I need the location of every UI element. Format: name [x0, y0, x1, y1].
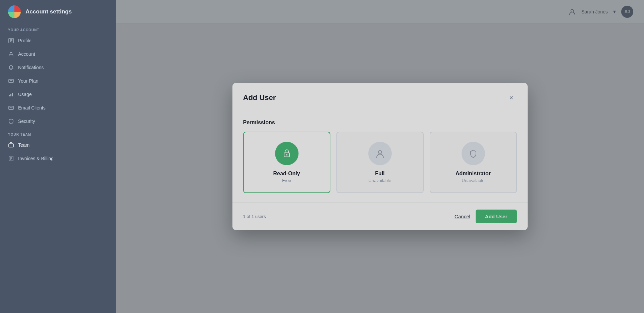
- sidebar-item-label-team: Team: [18, 142, 30, 148]
- usage-icon: [8, 91, 14, 97]
- full-name: Full: [375, 171, 384, 177]
- footer-actions: Cancel Add User: [454, 210, 517, 223]
- sidebar-item-label-your-plan: Your Plan: [18, 78, 38, 84]
- modal-header: Add User ×: [232, 83, 528, 110]
- svg-rect-8: [10, 94, 11, 96]
- close-button[interactable]: ×: [506, 92, 517, 103]
- sidebar-section-team: YOUR TEAM Team Invoices & Billing: [0, 128, 116, 165]
- billing-icon: [8, 155, 14, 162]
- sidebar-item-label-account: Account: [18, 51, 35, 57]
- svg-rect-11: [9, 144, 13, 147]
- svg-rect-5: [9, 79, 13, 83]
- read-only-name: Read-Only: [273, 171, 300, 177]
- sidebar-item-label-profile: Profile: [18, 38, 32, 43]
- modal-body: Permissions Read-Only Free: [232, 110, 528, 203]
- notifications-icon: [8, 64, 14, 71]
- account-icon: [8, 51, 14, 57]
- sidebar-item-notifications[interactable]: Notifications: [0, 61, 116, 74]
- sidebar-item-security[interactable]: Security: [0, 115, 116, 128]
- read-only-icon-circle: [275, 142, 299, 165]
- sidebar-item-label-usage: Usage: [18, 92, 32, 97]
- full-icon-circle: [368, 142, 392, 165]
- permissions-grid: Read-Only Free Full Unavailable: [243, 132, 517, 193]
- permission-card-administrator[interactable]: Administrator Unavailable: [430, 132, 517, 193]
- email-icon: [8, 105, 14, 111]
- team-icon: [8, 142, 14, 148]
- sidebar-item-profile[interactable]: Profile: [0, 34, 116, 47]
- profile-icon: [8, 38, 14, 44]
- admin-status: Unavailable: [462, 178, 485, 183]
- main-content: Sarah Jones ▾ SJ Add User × Permissions: [116, 0, 644, 313]
- sidebar-title: Account settings: [25, 8, 72, 15]
- svg-rect-9: [12, 93, 13, 96]
- modal-overlay: Add User × Permissions: [116, 0, 644, 313]
- users-count: 1 of 1 users: [243, 214, 266, 219]
- sidebar-item-invoices[interactable]: Invoices & Billing: [0, 152, 116, 165]
- plan-icon: [8, 78, 14, 84]
- modal-footer: 1 of 1 users Cancel Add User: [232, 203, 528, 230]
- modal-title: Add User: [243, 93, 276, 102]
- sidebar-item-label-notifications: Notifications: [18, 65, 44, 70]
- sidebar-item-label-security: Security: [18, 119, 35, 124]
- sidebar-item-your-plan[interactable]: Your Plan: [0, 74, 116, 88]
- permission-card-full[interactable]: Full Unavailable: [336, 132, 424, 193]
- app-logo: [8, 5, 21, 18]
- admin-icon-circle: [462, 142, 485, 165]
- sidebar-item-label-invoices: Invoices & Billing: [18, 156, 54, 161]
- sidebar: Account settings YOUR ACCOUNT Profile: [0, 0, 116, 313]
- permission-card-read-only[interactable]: Read-Only Free: [243, 132, 330, 193]
- sidebar-section-account: YOUR ACCOUNT Profile Account: [0, 24, 116, 128]
- sidebar-item-account[interactable]: Account: [0, 47, 116, 61]
- read-only-status: Free: [282, 178, 291, 183]
- add-user-modal: Add User × Permissions: [232, 83, 528, 230]
- permissions-heading: Permissions: [243, 120, 517, 126]
- cancel-button[interactable]: Cancel: [454, 214, 470, 219]
- sidebar-item-team[interactable]: Team: [0, 138, 116, 152]
- full-status: Unavailable: [369, 178, 391, 183]
- sidebar-section-label-team: YOUR TEAM: [0, 128, 116, 138]
- sidebar-item-usage[interactable]: Usage: [0, 88, 116, 101]
- sidebar-item-label-email-clients: Email Clients: [18, 105, 46, 110]
- sidebar-section-label-account: YOUR ACCOUNT: [0, 24, 116, 34]
- svg-rect-7: [9, 95, 10, 96]
- svg-point-18: [286, 154, 287, 155]
- sidebar-item-email-clients[interactable]: Email Clients: [0, 101, 116, 115]
- admin-name: Administrator: [455, 171, 491, 177]
- add-user-button[interactable]: Add User: [476, 210, 517, 223]
- svg-point-19: [378, 150, 382, 154]
- sidebar-header: Account settings: [0, 0, 116, 24]
- security-icon: [8, 118, 14, 124]
